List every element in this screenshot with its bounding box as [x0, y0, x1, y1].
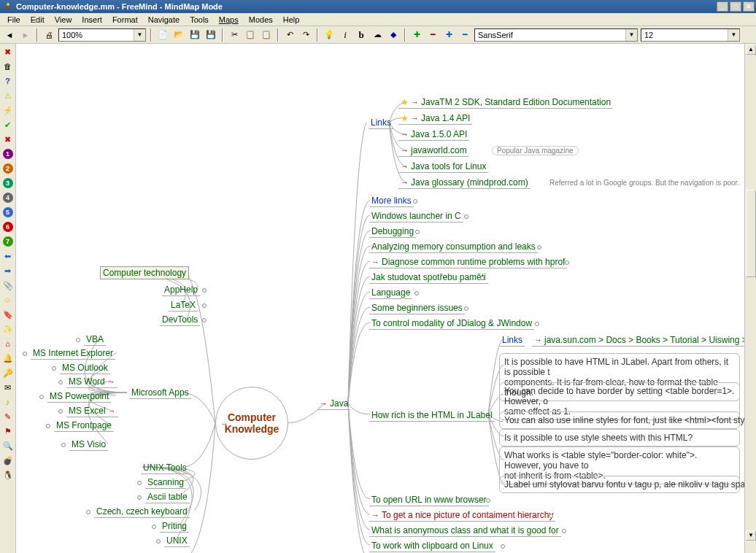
cut-icon[interactable]: ✂ [228, 28, 241, 42]
flag-icon[interactable]: ⚑ [1, 425, 15, 438]
fold-bubble[interactable] [58, 409, 63, 414]
menu-format[interactable]: Format [108, 15, 142, 25]
node-jlabel-link-url[interactable]: → java.sun.com > Docs > Books > Tutorial… [532, 334, 744, 347]
cloud-icon[interactable]: ☁ [371, 28, 384, 42]
node-java14api[interactable]: ★→ Java 1.4 API [398, 112, 472, 125]
bold-button[interactable]: b [355, 28, 368, 42]
node-czech[interactable]: Czech, czech keyboard [94, 506, 190, 518]
node-priting[interactable]: Priting [160, 520, 189, 533]
node-excel[interactable]: MS Excel → [66, 405, 118, 417]
mindmap-canvas[interactable]: → Computer Knowledge Computer technology… [16, 44, 744, 553]
back-icon[interactable]: ⬅ [1, 250, 15, 263]
node-language[interactable]: Language [369, 287, 412, 299]
fold-bubble[interactable] [52, 366, 56, 371]
node-computer-technology[interactable]: Computer technology [100, 266, 189, 279]
node-beginners[interactable]: Some beginners issues [369, 302, 465, 314]
fold-bubble[interactable] [565, 260, 569, 265]
minimize-button[interactable]: _ [717, 1, 728, 12]
scroll-up-button[interactable]: ▲ [746, 45, 756, 55]
dec-icon[interactable]: ━ [458, 28, 471, 42]
remove-last-icon[interactable]: ✖ [1, 45, 15, 58]
menu-insert[interactable]: Insert [77, 15, 107, 25]
node-clipboard-linux[interactable]: To work with clipboard on Linux [369, 540, 495, 552]
fold-bubble[interactable] [152, 525, 156, 529]
check-icon[interactable]: ✔ [1, 118, 15, 131]
node-anon-class[interactable]: What is anonymous class and what it is g… [369, 525, 561, 537]
pencil-icon[interactable]: ✎ [1, 410, 15, 423]
priority-4-icon[interactable]: 4 [1, 191, 15, 204]
node-powerpoint[interactable]: MS Powerpoint [47, 390, 111, 403]
mail-icon[interactable]: ✉ [1, 381, 15, 394]
node-debugging[interactable]: Debugging [369, 225, 416, 238]
bookmark-icon[interactable]: 🔖 [1, 308, 15, 321]
fold-bubble[interactable] [23, 352, 27, 356]
fold-bubble[interactable] [202, 318, 207, 322]
menu-modes[interactable]: Modes [244, 15, 277, 25]
fold-bubble[interactable] [156, 539, 161, 544]
menu-maps[interactable]: Maps [215, 15, 243, 25]
menu-tools[interactable]: Tools [185, 15, 213, 25]
fold-bubble[interactable] [414, 291, 419, 295]
priority-2-icon[interactable]: 2 [1, 162, 15, 175]
fold-bubble[interactable] [415, 230, 420, 234]
fold-bubble[interactable] [86, 510, 90, 514]
trash-icon[interactable]: 🗑 [1, 60, 15, 73]
bell-icon[interactable]: 🔔 [1, 352, 15, 365]
lookglass-icon[interactable]: 🔍 [1, 439, 15, 452]
redo-icon[interactable]: ↷ [299, 28, 312, 42]
password-icon[interactable]: 🔑 [1, 366, 15, 379]
node-jlabel-links[interactable]: Links [500, 334, 525, 347]
close-button[interactable]: ✕ [743, 1, 755, 12]
node-visio[interactable]: MS Visio [69, 438, 108, 451]
back-button[interactable]: ◄ [3, 28, 16, 42]
node-jlabel-text-4[interactable]: Is it possible to use style sheets with … [499, 429, 740, 446]
priority-3-icon[interactable]: 3 [1, 177, 15, 190]
forward-icon[interactable]: ➡ [1, 264, 15, 277]
node-jlabel-text-6[interactable]: JLabel umí stylovat barvu fontu v tagu p… [499, 476, 740, 493]
menu-edit[interactable]: Edit [26, 15, 49, 25]
node-msie[interactable]: MS Internet Explorer [31, 347, 115, 360]
node-java150api[interactable]: → Java 1.5.0 API [398, 128, 469, 141]
menu-view[interactable]: View [50, 15, 77, 25]
node-java-links[interactable]: Links [369, 117, 393, 129]
node-hprof[interactable]: → Diagnose common runtime problems with … [369, 256, 567, 268]
scroll-thumb-v[interactable] [746, 190, 756, 277]
node-java-linux-tools[interactable]: → Java tools for Linux [398, 161, 488, 173]
priority-5-icon[interactable]: 5 [1, 206, 15, 219]
font-family-select[interactable]: SansSerif ▼ [474, 28, 638, 42]
node-morelinks[interactable]: More links [369, 195, 414, 207]
print-icon[interactable]: 🖨 [42, 28, 55, 42]
smiley-icon[interactable]: ☺ [1, 293, 15, 306]
fold-bubble[interactable] [480, 276, 485, 280]
fold-bubble[interactable] [46, 424, 50, 428]
node-asciitable[interactable]: Ascii table [145, 491, 190, 503]
new-icon[interactable]: 📄 [156, 28, 169, 42]
node-winlauncher[interactable]: Windows launcher in C [369, 210, 463, 223]
fold-bubble[interactable] [486, 498, 490, 503]
fold-bubble[interactable] [549, 514, 553, 518]
node-frontpage[interactable]: MS Frontpage [54, 419, 114, 432]
vertical-scrollbar[interactable]: ▲ ▼ [744, 44, 756, 553]
warning-icon[interactable]: ⚠ [1, 89, 15, 102]
home-icon[interactable]: ⌂ [1, 337, 15, 350]
fold-bubble[interactable] [202, 288, 207, 293]
node-jlabel-title[interactable]: How rich is the HTML in JLabel [369, 409, 495, 422]
italic-button[interactable]: i [339, 28, 352, 42]
fold-bubble[interactable] [464, 306, 468, 311]
zoom-select[interactable]: 100% ▼ [58, 28, 146, 42]
node-java-glossary[interactable]: → Java glossary (mindprod.com) [398, 177, 531, 189]
fold-bubble[interactable] [464, 214, 468, 219]
add-child-icon[interactable]: ✚ [410, 28, 423, 42]
root-node[interactable]: → Computer Knowledge [215, 387, 288, 460]
bomb-icon[interactable]: 💣 [1, 454, 15, 467]
node-javaworld[interactable]: → javaworld.com [398, 144, 469, 157]
music-icon[interactable]: ♪ [1, 395, 15, 409]
fold-bubble[interactable] [535, 322, 539, 326]
fold-bubble[interactable] [202, 303, 207, 308]
fold-bubble[interactable] [61, 443, 66, 447]
fold-bubble[interactable] [137, 481, 142, 485]
saveas-icon[interactable]: 💾 [204, 28, 217, 42]
node-memory[interactable]: Analyzing memory consumption and leaks [369, 241, 538, 253]
node-java-sdk-doc[interactable]: ★→ JavaTM 2 SDK, Standard Edition Docume… [398, 96, 613, 109]
font-size-select[interactable]: 12 ▼ [641, 28, 740, 42]
